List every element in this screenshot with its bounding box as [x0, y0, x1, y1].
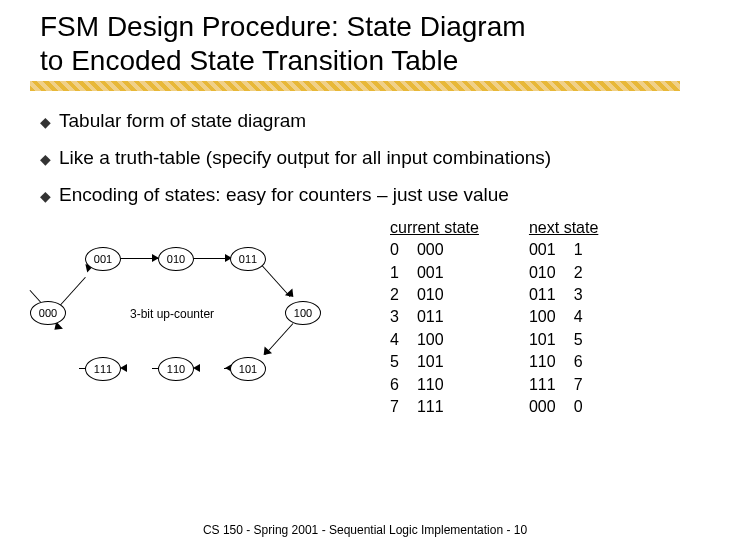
diagram-caption: 3-bit up-counter	[130, 307, 214, 321]
state-node: 000	[30, 301, 66, 325]
table-col-next-index: 1 2 3 4 5 6 7 0	[574, 239, 583, 418]
arrow-line	[60, 277, 86, 306]
slide-footer: CS 150 - Spring 2001 - Sequential Logic …	[0, 523, 730, 537]
table-col-current: 000 001 010 011 100 101 110 111	[417, 239, 444, 418]
table-header: current state	[390, 219, 479, 237]
state-node: 010	[158, 247, 194, 271]
table-header: next state	[529, 219, 598, 237]
transition-table: current state 0 1 2 3 4 5 6 7 000 001 01…	[390, 219, 598, 418]
bullet-text: Encoding of states: easy for counters – …	[59, 183, 509, 208]
bullet-item: ◆ Encoding of states: easy for counters …	[40, 183, 700, 208]
arrow-head-icon	[193, 364, 200, 372]
state-diagram: 000 001 010 011 100 101 110 111 3-bit up…	[30, 229, 330, 409]
bullet-item: ◆ Like a truth-table (specify output for…	[40, 146, 700, 171]
title-line-2: to Encoded State Transition Table	[40, 45, 458, 76]
title-line-1: FSM Design Procedure: State Diagram	[40, 11, 526, 42]
title-underline	[30, 81, 680, 91]
bullet-list: ◆ Tabular form of state diagram ◆ Like a…	[40, 109, 700, 207]
bullet-item: ◆ Tabular form of state diagram	[40, 109, 700, 134]
state-node: 001	[85, 247, 121, 271]
bullet-icon: ◆	[40, 187, 51, 208]
next-state-block: next state 001 010 011 100 101 110 111 0…	[529, 219, 598, 418]
table-col-next: 001 010 011 100 101 110 111 000	[529, 239, 556, 418]
bullet-text: Tabular form of state diagram	[59, 109, 306, 134]
bullet-text: Like a truth-table (specify output for a…	[59, 146, 551, 171]
state-node: 101	[230, 357, 266, 381]
arrow-head-icon	[120, 364, 127, 372]
slide-title: FSM Design Procedure: State Diagram to E…	[40, 10, 700, 77]
state-node: 111	[85, 357, 121, 381]
state-node: 011	[230, 247, 266, 271]
arrow-head-icon	[285, 289, 297, 301]
bullet-icon: ◆	[40, 113, 51, 134]
state-node: 100	[285, 301, 321, 325]
current-state-block: current state 0 1 2 3 4 5 6 7 000 001 01…	[390, 219, 479, 418]
table-col-index: 0 1 2 3 4 5 6 7	[390, 239, 399, 418]
bullet-icon: ◆	[40, 150, 51, 171]
state-node: 110	[158, 357, 194, 381]
